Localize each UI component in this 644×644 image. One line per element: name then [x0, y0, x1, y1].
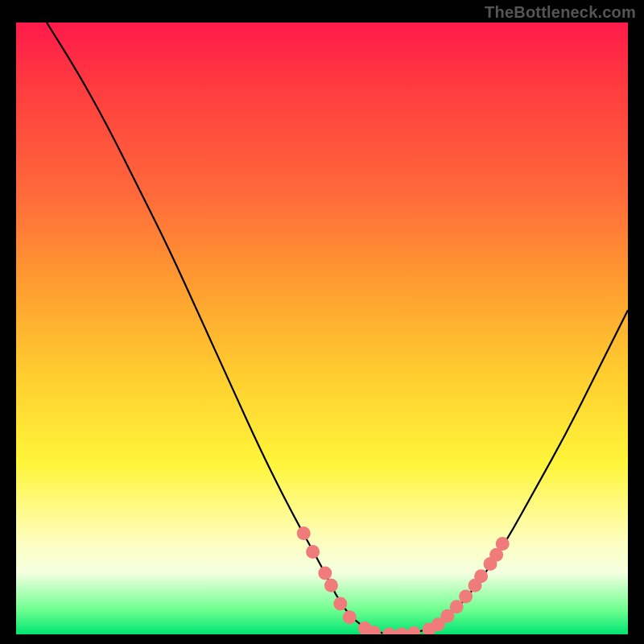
marker-dot — [382, 628, 396, 635]
marker-dot — [333, 597, 347, 611]
marker-dot — [407, 626, 421, 634]
marker-dot — [394, 628, 408, 635]
plot-overlay — [16, 23, 628, 634]
marker-dot — [324, 579, 338, 592]
marker-dot — [459, 589, 473, 603]
chart-stage: TheBottleneck.com — [0, 0, 644, 644]
plot-area — [16, 23, 628, 634]
watermark-text: TheBottleneck.com — [485, 3, 636, 22]
marker-dot — [496, 537, 510, 551]
marker-dot — [297, 526, 311, 540]
marker-dot — [450, 600, 464, 613]
marker-dot — [318, 567, 332, 580]
marker-dot — [306, 545, 320, 559]
marker-dot — [343, 610, 357, 624]
bottleneck-curve — [47, 23, 628, 634]
highlighted-points — [297, 526, 510, 634]
marker-dot — [474, 569, 488, 583]
